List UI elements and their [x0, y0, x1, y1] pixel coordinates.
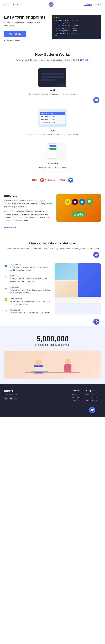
solution-webhook-desc: Post your submission data to any endpoin…	[10, 278, 50, 283]
notif-dot-2	[49, 148, 50, 150]
one-code-title: One code, lots of solutions	[4, 241, 101, 246]
table-header: Name Email Date	[40, 112, 65, 115]
stats-number: 5,000,000	[4, 334, 101, 343]
feature-see-desc: See your submissions, all listed and tim…	[27, 133, 78, 136]
integrate-desc1: With our Zapier integration, you can int…	[4, 199, 52, 208]
app-icon-trello: 📋	[79, 199, 85, 205]
twitter-icon[interactable]: 🐦	[4, 396, 8, 400]
footer-contact[interactable]: Contact Us	[72, 400, 81, 402]
mock-field-2	[41, 76, 64, 78]
more-apps-badge: +1000MORE APPS	[72, 211, 85, 217]
one-code-desc: Start managing your form backend with Ge…	[4, 247, 101, 250]
table-row-3: Bob b@ex.com 1d ago	[40, 121, 65, 124]
phone-mockup	[48, 143, 57, 158]
footer-terms[interactable]: Terms & Conditions	[86, 396, 101, 398]
dot-red	[54, 17, 55, 18]
svg-point-5	[65, 359, 71, 364]
svg-rect-8	[33, 367, 47, 371]
nav-blog[interactable]: BLOG	[13, 4, 18, 6]
nav-right: SIGN UP LOGIN	[84, 3, 101, 6]
solution-file-upload-content: File Upload Easily collect files up to 5…	[10, 286, 50, 294]
solution-webhook-content: Webhook Post your submission data to any…	[10, 275, 50, 283]
chat-bubble-press[interactable]: 💬	[68, 178, 73, 182]
nav-signup[interactable]: SIGN UP	[84, 3, 92, 6]
solution-export-title: Data Export	[10, 309, 50, 311]
collaboration-icon: 👥	[4, 264, 8, 268]
feature-see-image: Name Email Date John j@ex.com 2h ago Jan…	[39, 109, 66, 127]
solution-export: ↗ Data Export Export your form data in C…	[4, 309, 50, 314]
solution-spam: 🔽 Spam Filtering Our powerful spam filte…	[4, 298, 50, 306]
solution-collaboration: 👥 Collaboration Sharing is caring. You c…	[4, 264, 50, 272]
solution-spam-title: Spam Filtering	[10, 298, 50, 300]
footer-pricing[interactable]: Pricing	[72, 394, 81, 396]
nav-login[interactable]: LOGIN	[95, 4, 101, 6]
window-dots	[54, 17, 99, 18]
sol-img-1	[55, 264, 78, 280]
hero-left: Easy form endpoints Form backend platfor…	[4, 15, 49, 41]
footer-about[interactable]: About Us	[86, 394, 101, 396]
solutions-section: 👥 Collaboration Sharing is caring. You c…	[0, 259, 105, 318]
table-row-2: Jane j@ex.com 5h ago	[40, 118, 65, 121]
integrate-apps: 🐒 💬 📋 📊 +1000MORE APPS	[56, 194, 101, 222]
footer-privacy[interactable]: Privacy Policy	[86, 400, 101, 402]
how-highlight: NO NOTHING.	[76, 59, 89, 61]
linkedin-icon[interactable]: in	[9, 396, 13, 400]
solution-spam-content: Spam Filtering Our powerful spam filteri…	[10, 298, 50, 306]
feature-notify-desc: Get notified via mobile app or e-mail	[38, 166, 67, 169]
file-upload-icon: 📎	[4, 286, 8, 290]
feature-see-title: See	[50, 129, 55, 132]
notify-mockup	[48, 143, 57, 158]
stats-section: 5,000,000 submissions. Happy customers.	[0, 326, 105, 384]
mock-field-1	[41, 73, 64, 75]
solution-file-upload-title: File Upload	[10, 286, 50, 288]
footer-help[interactable]: Help Center	[72, 396, 81, 398]
footer-platform-title: Platform	[72, 390, 81, 392]
navbar: DOCS BLOG 🎯 SIGN UP LOGIN	[0, 0, 105, 9]
chat-bubble-4[interactable]: 💬	[93, 318, 99, 325]
dot-yellow	[56, 17, 57, 18]
press-t3n: ✓t3n	[59, 179, 65, 181]
solution-file-upload: 📎 File Upload Easily collect files up to…	[4, 286, 50, 294]
press-ph: P Product Hunt	[40, 178, 56, 182]
solution-webhook: 🔗 Webhook Post your submission data to a…	[4, 275, 50, 283]
feature-notify: Get Notified Get notified via mobile app…	[0, 138, 105, 170]
footer-brand-name: Getform	[4, 390, 66, 392]
chat-bubble-footer[interactable]: 💬	[89, 407, 95, 413]
facebook-icon[interactable]: f	[14, 396, 18, 400]
stats-illustration	[4, 350, 101, 378]
svg-rect-6	[64, 364, 71, 372]
add-form-mockup	[40, 72, 65, 84]
nav-docs[interactable]: DOCS	[4, 4, 10, 6]
feature-notify-image	[39, 142, 66, 160]
how-section: How Getform Works No library, no CSS ove…	[0, 46, 105, 64]
footer: Getform Made with ❤️ from 🐦 in f Platfor…	[0, 384, 105, 417]
stats-svg	[18, 352, 87, 377]
chat-bubble-3[interactable]: 💬	[93, 252, 99, 258]
see-how-link[interactable]: See how it works	[4, 39, 49, 41]
code-block: <form action="getform.io/f/"> <input typ…	[54, 19, 99, 38]
social-icons: 🐦 in f	[4, 396, 66, 400]
footer-platform-col: Platform Pricing Help Center Contact Us	[72, 390, 81, 403]
footer-company-col: Company About Us Terms & Conditions Priv…	[86, 390, 101, 403]
hero-section: Easy form endpoints Form backend platfor…	[0, 9, 105, 46]
nav-logo[interactable]: 🎯	[49, 2, 54, 7]
solution-collaboration-desc: Sharing is caring. You can share your fo…	[10, 266, 50, 272]
hero-subtitle: Form backend platform for designers and …	[4, 22, 49, 27]
learn-more-link[interactable]: LEARN MORE	[4, 226, 16, 228]
feature-notify-title: Get Notified	[46, 162, 59, 165]
notif-dot	[49, 146, 50, 147]
footer-brand: Getform Made with ❤️ from 🐦 in f	[4, 390, 66, 403]
app-icon-mailchimp: 🐒	[65, 199, 71, 205]
chat-bubble-1[interactable]: 💬	[93, 97, 99, 103]
solutions-list: 👥 Collaboration Sharing is caring. You c…	[4, 264, 50, 314]
feature-add-desc: Give a name to your form and specify a c…	[28, 93, 77, 96]
mock-field-3	[41, 79, 55, 81]
integrate-title: Integrate	[4, 194, 52, 198]
integrate-desc2: Capturing sales leads and create custome…	[4, 210, 52, 222]
feature-add-title: Add	[50, 89, 55, 92]
phone-notification	[49, 145, 56, 148]
get-code-button[interactable]: GET CODE	[4, 30, 26, 37]
svg-rect-7	[32, 371, 48, 372]
table-row-1: John j@ex.com 2h ago	[40, 115, 65, 118]
feature-add: Add Give a name to your form and specify…	[0, 64, 105, 97]
